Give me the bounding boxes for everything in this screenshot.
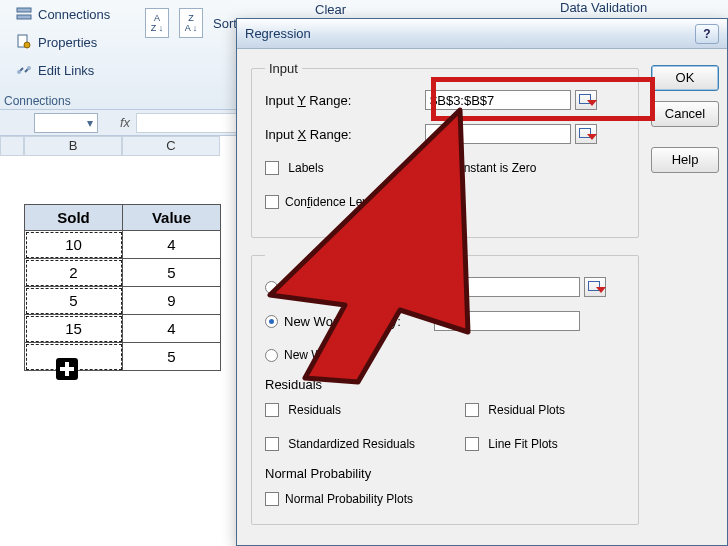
input-y-label: Input Y Range:: [265, 93, 425, 108]
new-workbook-label: New Workbook: [284, 348, 365, 362]
confidence-checkbox[interactable]: [265, 195, 279, 209]
ribbon-properties[interactable]: Properties: [16, 34, 97, 50]
labels-checkbox[interactable]: [265, 161, 279, 175]
cell-sold-4[interactable]: 15: [25, 315, 123, 343]
labels-constzero-row: Labels Constant is Zero: [265, 156, 625, 180]
data-table: Sold Value 10 4 2 5 5 9 15 4 5: [24, 204, 221, 371]
sort-az-icon[interactable]: AZ ↓: [145, 8, 169, 38]
dialog-body: Input Input Y Range: Input X Range:: [237, 49, 727, 546]
residuals-label: Residuals: [288, 403, 341, 417]
dialog-titlebar[interactable]: Regression ?: [237, 19, 727, 49]
cancel-button[interactable]: Cancel: [651, 101, 719, 127]
select-all-corner[interactable]: [0, 136, 24, 156]
std-residuals-checkbox[interactable]: [265, 437, 279, 451]
new-worksheet-input[interactable]: [434, 311, 580, 331]
new-worksheet-radio[interactable]: [265, 315, 278, 328]
ribbon-connections-label: Connections: [38, 7, 110, 22]
residuals-subhead: Residuals: [265, 377, 625, 392]
ok-button[interactable]: OK: [651, 65, 719, 91]
new-workbook-radio[interactable]: [265, 349, 278, 362]
new-worksheet-label: New Worksheet Ply:: [284, 314, 434, 329]
line-fit-plots-label: Line Fit Plots: [488, 437, 557, 451]
confidence-label: Confidence Level:: [285, 195, 381, 209]
output-range-row: Output Range:: [265, 275, 625, 299]
input-x-label: Input X Range:: [265, 127, 425, 142]
confidence-row: Confidence Level: %: [265, 190, 625, 214]
sort-za-icon[interactable]: ZA ↓: [179, 8, 203, 38]
labels-checkbox-label: Labels: [288, 161, 323, 175]
output-range-picker-button[interactable]: [584, 277, 606, 297]
dialog-title: Regression: [245, 26, 311, 41]
cell-value-1[interactable]: 4: [123, 231, 221, 259]
output-options-group: Output options Output Range: New Workshe…: [251, 248, 639, 525]
col-header-b[interactable]: B: [24, 136, 122, 156]
ribbon-edit-links[interactable]: Edit Links: [16, 62, 94, 78]
input-legend: Input: [265, 61, 302, 76]
residual-plots-label: Residual Plots: [488, 403, 565, 417]
regression-dialog: Regression ? Input Input Y Range: Input …: [236, 18, 728, 546]
ribbon-sort-label: Sort: [213, 16, 237, 31]
ribbon-clear-label: Clear: [315, 2, 346, 17]
residuals-row-2: Standardized Residuals Line Fit Plots: [265, 432, 625, 456]
output-range-radio[interactable]: [265, 281, 278, 294]
cell-cursor-crosshair-icon: [56, 358, 78, 380]
normal-prob-plots-checkbox[interactable]: [265, 492, 279, 506]
table-row: 5 9: [25, 287, 221, 315]
header-value: Value: [123, 205, 221, 231]
ribbon-dv-label: Data Validation: [560, 0, 647, 15]
output-range-input[interactable]: [434, 277, 580, 297]
line-fit-plots-checkbox[interactable]: [465, 437, 479, 451]
confidence-level-input[interactable]: [387, 192, 435, 212]
ribbon-properties-label: Properties: [38, 35, 97, 50]
ribbon-connections[interactable]: Connections: [16, 6, 110, 22]
table-row: 5: [25, 343, 221, 371]
constant-zero-label: Constant is Zero: [448, 161, 536, 175]
ribbon-edit-links-label: Edit Links: [38, 63, 94, 78]
name-box-dropdown-icon[interactable]: ▾: [83, 116, 97, 130]
help-button[interactable]: Help: [651, 147, 719, 173]
normal-prob-plots-label: Normal Probability Plots: [285, 492, 413, 506]
name-box[interactable]: ▾: [34, 113, 98, 133]
residual-plots-checkbox[interactable]: [465, 403, 479, 417]
output-range-label: Output Range:: [284, 280, 434, 295]
tutorial-highlight-box: [431, 77, 655, 121]
input-x-range[interactable]: [425, 124, 571, 144]
cell-sold-1[interactable]: 10: [25, 231, 123, 259]
input-x-range-picker-button[interactable]: [575, 124, 597, 144]
confidence-unit: %: [441, 195, 452, 209]
svg-point-5: [27, 66, 31, 70]
cell-sold-3[interactable]: 5: [25, 287, 123, 315]
fx-icon[interactable]: fx: [120, 115, 130, 130]
table-header-row: Sold Value: [25, 205, 221, 231]
normal-prob-subhead: Normal Probability: [265, 466, 625, 481]
edit-links-icon: [16, 62, 32, 78]
table-row: 15 4: [25, 315, 221, 343]
constant-zero-checkbox[interactable]: [425, 161, 439, 175]
col-header-c[interactable]: C: [122, 136, 220, 156]
std-residuals-label: Standardized Residuals: [288, 437, 415, 451]
header-sold: Sold: [25, 205, 123, 231]
cell-value-4[interactable]: 4: [123, 315, 221, 343]
svg-point-3: [24, 42, 30, 48]
input-x-row: Input X Range:: [265, 122, 625, 146]
titlebar-help-button[interactable]: ?: [695, 24, 719, 44]
table-row: 10 4: [25, 231, 221, 259]
svg-rect-0: [17, 8, 31, 12]
cell-value-3[interactable]: 9: [123, 287, 221, 315]
dialog-left-panel: Input Input Y Range: Input X Range:: [251, 61, 639, 535]
connections-icon: [16, 6, 32, 22]
residuals-checkbox[interactable]: [265, 403, 279, 417]
ribbon-clear[interactable]: Clear: [315, 2, 346, 17]
new-wb-row: New Workbook: [265, 343, 625, 367]
cell-value-5[interactable]: 5: [123, 343, 221, 371]
ribbon-data-validation[interactable]: Data Validation: [560, 0, 647, 15]
table-row: 2 5: [25, 259, 221, 287]
normal-prob-row: Normal Probability Plots: [265, 487, 625, 511]
new-ws-row: New Worksheet Ply:: [265, 309, 625, 333]
svg-point-4: [17, 70, 21, 74]
svg-rect-1: [17, 15, 31, 19]
dialog-button-column: OK Cancel Help: [651, 61, 719, 535]
cell-value-2[interactable]: 5: [123, 259, 221, 287]
properties-icon: [16, 34, 32, 50]
cell-sold-2[interactable]: 2: [25, 259, 123, 287]
